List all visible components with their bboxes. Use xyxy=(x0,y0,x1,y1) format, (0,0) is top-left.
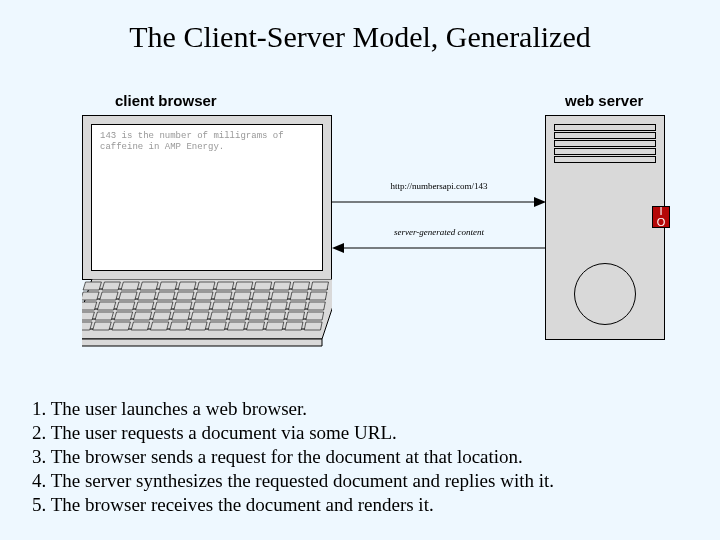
io-badge: I O xyxy=(652,206,670,228)
server-label: web server xyxy=(565,92,643,109)
svg-marker-68 xyxy=(247,322,265,330)
svg-marker-41 xyxy=(231,302,249,310)
request-arrow-label: http://numbersapi.com/143 xyxy=(332,181,546,191)
svg-marker-62 xyxy=(131,322,149,330)
step-item: 4. The server synthesizes the requested … xyxy=(32,469,688,493)
drive-bays-icon xyxy=(554,124,656,164)
svg-marker-67 xyxy=(227,322,245,330)
io-badge-line2: O xyxy=(653,217,669,228)
svg-marker-19 xyxy=(311,282,329,290)
svg-marker-11 xyxy=(159,282,177,290)
svg-marker-23 xyxy=(138,292,156,300)
laptop-keyboard-icon xyxy=(82,279,332,347)
svg-marker-73 xyxy=(534,197,546,207)
svg-marker-8 xyxy=(102,282,120,290)
disk-icon xyxy=(574,263,636,325)
slide-title: The Client-Server Model, Generalized xyxy=(0,20,720,54)
svg-marker-49 xyxy=(133,312,151,320)
svg-marker-75 xyxy=(332,243,344,253)
svg-marker-36 xyxy=(136,302,154,310)
svg-marker-58 xyxy=(306,312,324,320)
svg-marker-28 xyxy=(233,292,251,300)
svg-marker-15 xyxy=(235,282,253,290)
svg-marker-37 xyxy=(155,302,173,310)
svg-marker-64 xyxy=(170,322,188,330)
svg-marker-27 xyxy=(214,292,232,300)
svg-marker-66 xyxy=(208,322,226,330)
server-tower-icon: I O xyxy=(545,115,665,340)
svg-marker-50 xyxy=(153,312,171,320)
svg-marker-39 xyxy=(193,302,211,310)
svg-marker-43 xyxy=(269,302,287,310)
svg-marker-48 xyxy=(114,312,132,320)
svg-marker-13 xyxy=(197,282,215,290)
svg-marker-24 xyxy=(157,292,175,300)
step-item: 5. The browser receives the document and… xyxy=(32,493,688,517)
response-arrow-label: server-generated content xyxy=(332,227,546,237)
svg-marker-69 xyxy=(266,322,284,330)
svg-marker-52 xyxy=(191,312,209,320)
step-item: 1. The user launches a web browser. xyxy=(32,397,688,421)
svg-marker-60 xyxy=(93,322,112,330)
svg-marker-18 xyxy=(292,282,310,290)
response-arrow-icon xyxy=(332,242,546,254)
svg-marker-30 xyxy=(271,292,289,300)
svg-marker-17 xyxy=(273,282,291,290)
step-item: 2. The user requests a document via some… xyxy=(32,421,688,445)
svg-marker-20 xyxy=(82,292,99,300)
svg-marker-46 xyxy=(82,312,94,320)
svg-marker-44 xyxy=(288,302,306,310)
svg-marker-12 xyxy=(178,282,196,290)
svg-marker-55 xyxy=(248,312,266,320)
svg-marker-53 xyxy=(210,312,228,320)
svg-marker-16 xyxy=(254,282,272,290)
svg-marker-38 xyxy=(174,302,192,310)
svg-marker-45 xyxy=(308,302,326,310)
svg-marker-35 xyxy=(117,302,135,310)
svg-marker-32 xyxy=(309,292,327,300)
svg-marker-63 xyxy=(150,322,168,330)
svg-marker-29 xyxy=(252,292,270,300)
step-item: 3. The browser sends a request for the d… xyxy=(32,445,688,469)
svg-marker-42 xyxy=(250,302,268,310)
svg-marker-56 xyxy=(268,312,286,320)
svg-marker-40 xyxy=(212,302,230,310)
svg-marker-54 xyxy=(229,312,247,320)
svg-marker-34 xyxy=(97,302,115,310)
svg-marker-47 xyxy=(95,312,113,320)
svg-marker-26 xyxy=(195,292,213,300)
svg-marker-9 xyxy=(121,282,139,290)
svg-marker-51 xyxy=(172,312,190,320)
laptop-screen-bezel: 143 is the number of milligrams of caffe… xyxy=(82,115,332,280)
svg-marker-65 xyxy=(189,322,207,330)
svg-marker-71 xyxy=(304,322,322,330)
svg-marker-25 xyxy=(176,292,194,300)
svg-marker-31 xyxy=(290,292,308,300)
laptop-screen-content: 143 is the number of milligrams of caffe… xyxy=(91,124,323,271)
svg-marker-22 xyxy=(119,292,137,300)
svg-marker-7 xyxy=(83,282,101,290)
svg-marker-1 xyxy=(82,339,322,346)
svg-marker-70 xyxy=(285,322,303,330)
laptop-icon: 143 is the number of milligrams of caffe… xyxy=(82,115,332,347)
client-label: client browser xyxy=(115,92,217,109)
steps-list: 1. The user launches a web browser. 2. T… xyxy=(32,397,688,517)
request-arrow-icon xyxy=(332,196,546,208)
svg-marker-10 xyxy=(140,282,158,290)
svg-marker-61 xyxy=(112,322,130,330)
svg-marker-21 xyxy=(100,292,118,300)
svg-marker-14 xyxy=(216,282,234,290)
svg-marker-33 xyxy=(82,302,97,310)
svg-marker-57 xyxy=(287,312,305,320)
